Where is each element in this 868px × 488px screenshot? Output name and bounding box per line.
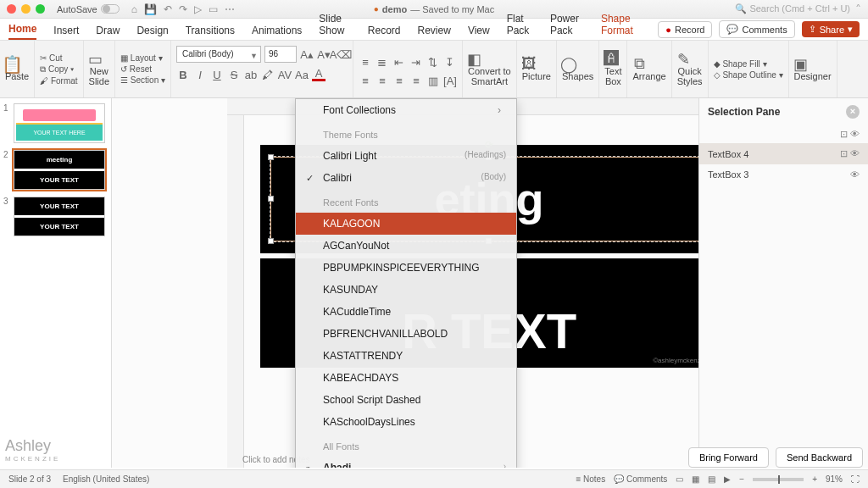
text-dir-icon[interactable]: ↧ <box>443 56 457 69</box>
tab-shape-format[interactable]: Shape Format <box>601 13 641 40</box>
comments-button[interactable]: 💬Comments <box>719 20 794 38</box>
recent-font-1[interactable]: AGCanYouNot <box>296 235 516 257</box>
shape-outline-button[interactable]: ◇ Shape Outline ▾ <box>714 69 783 80</box>
smartart-icon[interactable]: ◧ <box>468 53 481 66</box>
tab-design[interactable]: Design <box>136 25 168 40</box>
convert-smartart-button[interactable]: Convert to SmartArt <box>468 66 511 86</box>
share-button[interactable]: ⇪Share▾ <box>802 21 860 37</box>
columns-icon[interactable]: ▥ <box>426 75 440 88</box>
recent-font-7[interactable]: KABEACHDAYS <box>296 367 516 389</box>
increase-font-icon[interactable]: A▴ <box>300 47 314 61</box>
recent-font-8[interactable]: School Script Dashed <box>296 389 516 411</box>
cut-button[interactable]: ✂ Cut <box>40 53 77 64</box>
tab-animations[interactable]: Animations <box>252 25 302 40</box>
undo-icon[interactable]: ↶ <box>164 3 172 15</box>
strike-icon[interactable]: S <box>227 68 241 81</box>
copy-button[interactable]: ⧉ Copy ▾ <box>40 64 77 75</box>
save-icon[interactable]: 💾 <box>144 3 157 15</box>
search-field[interactable]: 🔍 Search (Cmd + Ctrl + U) <box>735 3 850 14</box>
fit-icon[interactable]: ⛶ <box>851 474 860 484</box>
shapes-icon[interactable]: ◯ <box>562 58 576 71</box>
zoom-out-icon[interactable]: − <box>739 474 744 484</box>
recent-font-3[interactable]: KASUNDAY <box>296 279 516 301</box>
align-left-icon[interactable]: ≡ <box>359 75 372 88</box>
present-icon[interactable]: ▭ <box>209 3 218 15</box>
tab-view[interactable]: View <box>468 25 490 40</box>
shapes-button[interactable]: Shapes <box>562 71 593 81</box>
align-right-icon[interactable]: ≡ <box>392 75 406 88</box>
underline-icon[interactable]: U <box>210 68 224 81</box>
indent-dec-icon[interactable]: ⇤ <box>392 56 406 69</box>
recent-font-9[interactable]: KASchoolDaysLines <box>296 411 516 433</box>
tab-flat-pack[interactable]: Flat Pack <box>507 13 533 40</box>
tab-insert[interactable]: Insert <box>53 25 79 40</box>
font-selector[interactable]: Calibri (Body)▼ <box>176 46 261 63</box>
language-status[interactable]: English (United States) <box>63 474 149 484</box>
bring-forward-button[interactable]: Bring Forward <box>688 447 769 468</box>
thumb-3[interactable]: 3 YOUR TEXT YOUR TEXT <box>3 197 108 236</box>
theme-font-calibri[interactable]: ✓Calibri(Body) <box>296 167 516 189</box>
recent-font-2[interactable]: PBPUMPKINSPICEEVERYTHING <box>296 257 516 279</box>
align-center-icon[interactable]: ≡ <box>376 75 389 88</box>
home-icon[interactable]: ⌂ <box>131 3 137 15</box>
justify-icon[interactable]: ≡ <box>409 75 423 88</box>
selection-item-1[interactable]: TextBox 4⊡ 👁 <box>699 143 868 164</box>
recent-font-5[interactable]: PBFRENCHVANILLABOLD <box>296 323 516 345</box>
paste-button[interactable]: Paste <box>5 71 29 81</box>
notes-toggle[interactable]: ≡ Notes <box>576 474 605 484</box>
quick-styles-icon[interactable]: ✎ <box>677 53 691 66</box>
textbox-icon[interactable]: 🅰 <box>604 53 618 66</box>
theme-font-calibri-light[interactable]: Calibri Light(Headings) <box>296 145 516 167</box>
font-size-input[interactable]: 96 <box>264 46 297 63</box>
decrease-font-icon[interactable]: A▾ <box>317 47 331 61</box>
ribbon-collapse-icon[interactable]: ˄ <box>855 3 861 16</box>
picture-button[interactable]: Picture <box>522 71 551 81</box>
bullets-icon[interactable]: ≡ <box>359 56 372 69</box>
tab-review[interactable]: Review <box>418 25 451 40</box>
window-min[interactable] <box>21 4 31 14</box>
clear-format-icon[interactable]: A⌫ <box>334 47 348 61</box>
redo-icon[interactable]: ↷ <box>179 3 187 15</box>
numbering-icon[interactable]: ≣ <box>376 56 389 69</box>
spacing-icon[interactable]: AV <box>278 68 292 81</box>
designer-icon[interactable]: ▣ <box>794 58 808 71</box>
close-pane-icon[interactable]: × <box>846 105 860 119</box>
layout-button[interactable]: ▦ Layout ▾ <box>120 53 165 64</box>
textbox-button[interactable]: Text Box <box>604 66 621 86</box>
window-max[interactable] <box>36 4 45 14</box>
reset-button[interactable]: ↺ Reset <box>120 64 165 75</box>
arrange-icon[interactable]: ⧉ <box>632 58 646 71</box>
paste-icon[interactable]: 📋 <box>5 58 19 71</box>
line-spacing-icon[interactable]: ⇅ <box>426 56 440 69</box>
zoom-in-icon[interactable]: + <box>812 474 817 484</box>
zoom-level[interactable]: 91% <box>826 474 843 484</box>
overflow-icon[interactable]: ⋯ <box>225 3 235 15</box>
view-sorter-icon[interactable]: ▦ <box>692 474 699 484</box>
thumb-2[interactable]: 2 meeting YOUR TEXT <box>3 150 108 190</box>
section-button[interactable]: ☰ Section ▾ <box>120 75 165 86</box>
recent-font-6[interactable]: KASTATTRENDY <box>296 345 516 367</box>
tab-draw[interactable]: Draw <box>96 25 120 40</box>
bold-icon[interactable]: B <box>176 68 190 81</box>
designer-button[interactable]: Designer <box>794 71 832 81</box>
autosave-toggle[interactable] <box>101 4 120 14</box>
tab-power-pack[interactable]: Power Pack <box>550 13 584 40</box>
view-slideshow-icon[interactable]: ▶ <box>724 474 731 484</box>
italic-icon[interactable]: I <box>193 68 207 81</box>
comments-toggle[interactable]: 💬 Comments <box>614 474 667 484</box>
view-reading-icon[interactable]: ▤ <box>708 474 715 484</box>
record-button[interactable]: ●Record <box>658 21 712 38</box>
font-collections-item[interactable]: Font Collections› <box>296 99 516 121</box>
play-icon[interactable]: ▷ <box>194 3 202 15</box>
new-slide-button[interactable]: New Slide <box>89 66 109 86</box>
align-text-icon[interactable]: [A] <box>443 75 457 88</box>
thumb-1[interactable]: 1 YOUR TEXT HERE <box>3 103 108 143</box>
hide-all-icon[interactable]: ⊡ <box>840 129 848 139</box>
recent-font-0[interactable]: KALAGOON <box>296 213 516 235</box>
tab-transitions[interactable]: Transitions <box>186 25 235 40</box>
window-close[interactable] <box>7 4 16 14</box>
recent-font-4[interactable]: KACuddleTime <box>296 301 516 323</box>
shape-fill-button[interactable]: ◆ Shape Fill ▾ <box>714 58 783 69</box>
selection-item-2[interactable]: TextBox 3👁 <box>699 164 868 185</box>
indent-inc-icon[interactable]: ⇥ <box>409 56 423 69</box>
